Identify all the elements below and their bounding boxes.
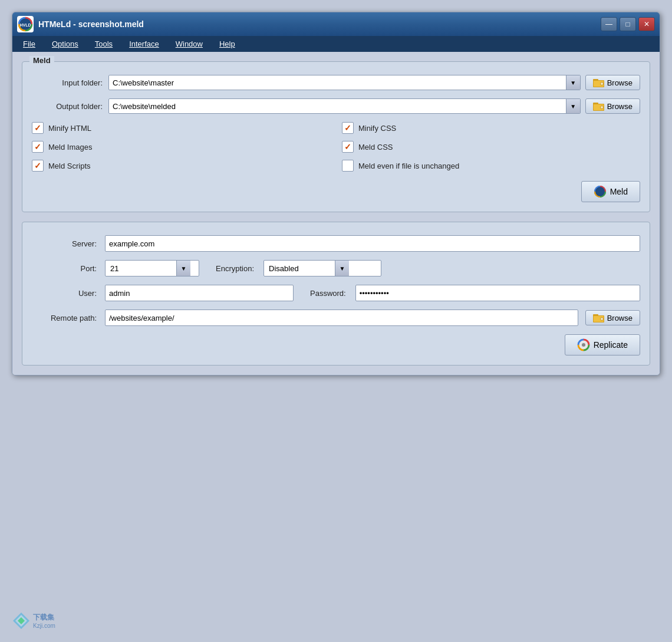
input-folder-dropdown[interactable]: C:\website\master ▼ — [108, 75, 581, 90]
titlebar: HVLD HTMeLd - screenshot.meld — □ ✕ — [12, 12, 660, 36]
menu-help[interactable]: Help — [211, 36, 243, 52]
checkbox-minify-css-box[interactable] — [342, 122, 354, 134]
replicate-button[interactable]: Replicate — [565, 334, 640, 355]
svg-point-20 — [582, 343, 585, 347]
output-folder-dropdown[interactable]: C:\website\melded ▼ — [108, 98, 581, 114]
input-folder-browse-button[interactable]: Browse — [585, 75, 640, 90]
checkbox-meld-css-label: Meld CSS — [358, 143, 393, 152]
output-folder-value: C:\website\melded — [109, 102, 566, 111]
server-input[interactable] — [105, 235, 640, 252]
folder-icon-2 — [593, 101, 605, 111]
checkbox-meld-scripts-label: Meld Scripts — [48, 162, 91, 170]
password-input[interactable] — [355, 285, 640, 301]
meld-button-icon — [594, 185, 607, 198]
checkbox-meld-scripts-box[interactable] — [32, 160, 44, 172]
menu-file[interactable]: File — [15, 36, 44, 52]
checkbox-meld-images-label: Meld Images — [48, 143, 92, 152]
port-encryption-row: Port: 21 ▼ Encryption: Disabled ▼ — [32, 260, 640, 276]
port-dropdown[interactable]: 21 ▼ — [105, 260, 199, 276]
remote-browse-label: Browse — [607, 314, 633, 322]
svg-text:HVLD: HVLD — [19, 23, 31, 27]
minimize-button[interactable]: — — [601, 17, 617, 31]
replicate-button-icon — [577, 338, 590, 351]
checkbox-meld-unchanged-box[interactable] — [342, 160, 354, 172]
output-folder-arrow[interactable]: ▼ — [566, 99, 580, 113]
input-folder-control: C:\website\master ▼ Browse — [108, 75, 640, 90]
server-row: Server: — [32, 235, 640, 252]
checkbox-meld-unchanged: Meld even if file is unchanged — [342, 160, 640, 172]
encryption-arrow[interactable]: ▼ — [335, 261, 349, 276]
output-folder-label: Output folder: — [32, 102, 103, 111]
remote-path-row: Remote path: Browse — [32, 310, 640, 326]
output-folder-row: Output folder: C:\website\melded ▼ — [32, 98, 640, 114]
checkbox-minify-css: Minify CSS — [342, 122, 640, 134]
encryption-dropdown[interactable]: Disabled ▼ — [263, 260, 381, 276]
meld-groupbox-inner: Input folder: C:\website\master ▼ — [32, 71, 640, 202]
replicate-button-row: Replicate — [32, 334, 640, 355]
options-checkboxes: Minify HTML Minify CSS Meld Images Meld … — [32, 122, 640, 172]
input-folder-row: Input folder: C:\website\master ▼ — [32, 75, 640, 90]
meld-groupbox-title: Meld — [29, 56, 54, 65]
input-folder-arrow[interactable]: ▼ — [566, 75, 580, 90]
main-window: HVLD HTMeLd - screenshot.meld — □ ✕ File… — [12, 12, 660, 376]
checkbox-minify-html-box[interactable] — [32, 122, 44, 134]
menu-tools[interactable]: Tools — [87, 36, 121, 52]
menu-options[interactable]: Options — [44, 36, 87, 52]
ftp-groupbox: Server: Port: 21 ▼ Encryption: Disabled … — [22, 222, 650, 366]
app-logo: HVLD — [17, 16, 34, 32]
input-folder-label: Input folder: — [32, 78, 103, 87]
checkbox-meld-unchanged-label: Meld even if file is unchanged — [358, 162, 459, 170]
meld-button[interactable]: Meld — [581, 181, 640, 202]
checkbox-minify-html-label: Minify HTML — [48, 124, 91, 133]
svg-point-17 — [601, 318, 603, 320]
port-arrow[interactable]: ▼ — [176, 261, 190, 276]
meld-groupbox: Meld Input folder: C:\website\master ▼ — [22, 61, 650, 212]
window-controls: — □ ✕ — [601, 17, 655, 31]
input-browse-label: Browse — [607, 78, 633, 87]
checkbox-meld-css-box[interactable] — [342, 141, 354, 153]
input-folder-value: C:\website\master — [109, 78, 566, 87]
checkbox-meld-images-box[interactable] — [32, 141, 44, 153]
window-title: HTMeLd - screenshot.meld — [38, 19, 601, 29]
server-label: Server: — [32, 239, 97, 248]
menubar: File Options Tools Interface Window Help — [12, 36, 660, 52]
port-value: 21 — [106, 264, 176, 273]
encryption-value: Disabled — [264, 264, 335, 273]
folder-icon-3 — [593, 312, 605, 323]
user-input[interactable] — [105, 285, 294, 301]
menu-window[interactable]: Window — [167, 36, 211, 52]
checkbox-meld-css: Meld CSS — [342, 141, 640, 153]
remote-path-browse-button[interactable]: Browse — [585, 310, 640, 325]
meld-button-row: Meld — [32, 181, 640, 202]
replicate-button-label: Replicate — [594, 340, 628, 350]
checkbox-minify-html: Minify HTML — [32, 122, 330, 134]
checkbox-meld-scripts: Meld Scripts — [32, 160, 330, 172]
watermark: 下载集 Kzji.com — [12, 611, 55, 630]
ftp-inner: Server: Port: 21 ▼ Encryption: Disabled … — [32, 232, 640, 355]
svg-point-11 — [601, 106, 603, 108]
remote-path-label: Remote path: — [32, 314, 97, 322]
menu-interface[interactable]: Interface — [121, 36, 167, 52]
watermark-text: 下载集 — [33, 613, 55, 623]
encryption-label: Encryption: — [216, 264, 254, 273]
remote-path-input[interactable] — [105, 310, 578, 326]
maximize-button[interactable]: □ — [620, 17, 636, 31]
checkbox-meld-images: Meld Images — [32, 141, 330, 153]
watermark-logo — [12, 611, 31, 630]
output-folder-control: C:\website\melded ▼ Browse — [108, 98, 640, 114]
watermark-subtext: Kzji.com — [33, 623, 55, 629]
close-button[interactable]: ✕ — [638, 17, 655, 31]
checkbox-minify-css-label: Minify CSS — [358, 124, 396, 133]
main-content: Meld Input folder: C:\website\master ▼ — [12, 52, 660, 375]
user-password-row: User: Password: — [32, 285, 640, 301]
output-folder-browse-button[interactable]: Browse — [585, 98, 640, 114]
port-label: Port: — [32, 264, 97, 273]
password-label: Password: — [310, 289, 346, 298]
svg-point-6 — [601, 83, 603, 85]
folder-icon — [593, 77, 605, 88]
user-label: User: — [32, 289, 97, 298]
meld-button-label: Meld — [610, 187, 628, 196]
output-browse-label: Browse — [607, 102, 633, 111]
